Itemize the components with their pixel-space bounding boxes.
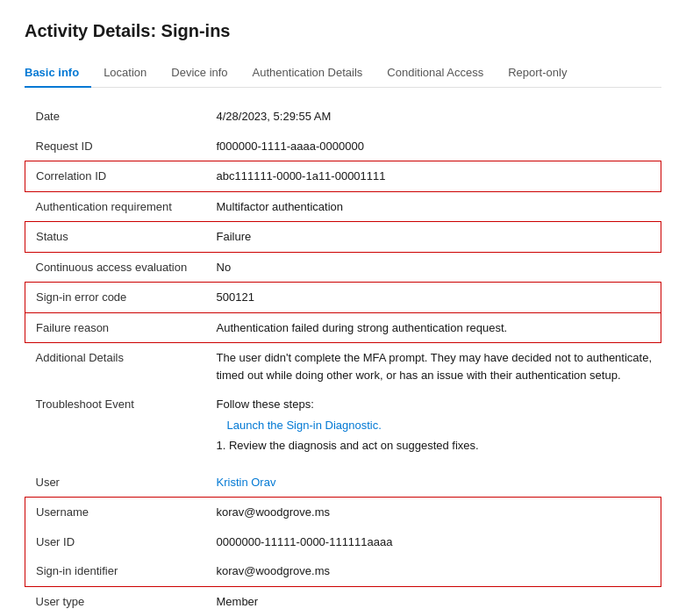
label-date: Date (25, 102, 210, 132)
row-user-type: User type Member (25, 586, 661, 616)
label-troubleshoot-event: Troubleshoot Event (25, 390, 210, 461)
label-user: User (25, 468, 210, 498)
row-failure-reason: Failure reason Authentication failed dur… (25, 312, 661, 343)
troubleshoot-follow: Follow these steps: (217, 396, 654, 413)
row-auth-requirement: Authentication requirement Multifactor a… (25, 191, 661, 222)
value-additional-details: The user didn't complete the MFA prompt.… (210, 343, 661, 390)
tab-bar: Basic info Location Device info Authenti… (25, 59, 661, 88)
user-link[interactable]: Kristin Orav (217, 476, 276, 489)
row-request-id: Request ID f000000-1111-aaaa-0000000 (25, 132, 661, 161)
row-signin-identifier: Sign-in identifier korav@woodgrove.ms (25, 556, 661, 586)
tab-report-only[interactable]: Report-only (496, 59, 579, 88)
value-troubleshoot-event: Follow these steps: Launch the Sign-in D… (210, 390, 661, 461)
tab-auth-details[interactable]: Authentication Details (240, 59, 375, 88)
row-continuous-access: Continuous access evaluation No (25, 252, 661, 283)
page-title: Activity Details: Sign-ins (25, 21, 661, 41)
row-signin-error-code: Sign-in error code 500121 (25, 283, 661, 313)
label-signin-error-code: Sign-in error code (25, 283, 210, 313)
label-username: Username (25, 498, 210, 527)
label-continuous-access: Continuous access evaluation (25, 252, 210, 283)
label-user-type: User type (25, 586, 210, 616)
value-user[interactable]: Kristin Orav (210, 468, 661, 498)
troubleshoot-step1: 1. Review the diagnosis and act on sugge… (217, 437, 654, 455)
label-additional-details: Additional Details (25, 343, 210, 390)
spacer-row (25, 461, 661, 468)
row-user-id: User ID 0000000-11111-0000-111111aaaa (25, 527, 661, 557)
label-signin-identifier: Sign-in identifier (25, 556, 210, 586)
value-correlation-id: abc111111-0000-1a11-00001111 (210, 161, 661, 192)
row-troubleshoot-event: Troubleshoot Event Follow these steps: L… (25, 390, 661, 461)
tab-location[interactable]: Location (91, 59, 159, 88)
value-auth-requirement: Multifactor authentication (210, 191, 661, 222)
value-request-id: f000000-1111-aaaa-0000000 (210, 132, 661, 161)
row-additional-details: Additional Details The user didn't compl… (25, 343, 661, 390)
row-username: Username korav@woodgrove.ms (25, 498, 661, 527)
label-user-id: User ID (25, 527, 210, 557)
launch-diagnostic-link[interactable]: Launch the Sign-in Diagnostic. (217, 417, 654, 434)
tab-basic-info[interactable]: Basic info (25, 59, 91, 88)
value-signin-error-code: 500121 (210, 283, 661, 313)
label-correlation-id: Correlation ID (25, 161, 210, 192)
tab-conditional-access[interactable]: Conditional Access (375, 59, 496, 88)
row-user: User Kristin Orav (25, 468, 661, 498)
label-request-id: Request ID (25, 132, 210, 161)
row-date: Date 4/28/2023, 5:29:55 AM (25, 102, 661, 132)
value-user-type: Member (210, 586, 661, 616)
row-status: Status Failure (25, 222, 661, 253)
value-continuous-access: No (210, 252, 661, 283)
value-signin-identifier: korav@woodgrove.ms (210, 556, 661, 586)
row-correlation-id: Correlation ID abc111111-0000-1a11-00001… (25, 161, 661, 192)
label-status: Status (25, 222, 210, 253)
label-failure-reason: Failure reason (25, 312, 210, 343)
info-table: Date 4/28/2023, 5:29:55 AM Request ID f0… (25, 102, 661, 616)
label-auth-requirement: Authentication requirement (25, 191, 210, 222)
value-status: Failure (210, 222, 661, 253)
value-user-id: 0000000-11111-0000-111111aaaa (210, 527, 661, 557)
value-failure-reason: Authentication failed during strong auth… (210, 312, 661, 343)
value-date: 4/28/2023, 5:29:55 AM (210, 102, 661, 132)
value-username: korav@woodgrove.ms (210, 498, 661, 527)
tab-device-info[interactable]: Device info (159, 59, 239, 88)
